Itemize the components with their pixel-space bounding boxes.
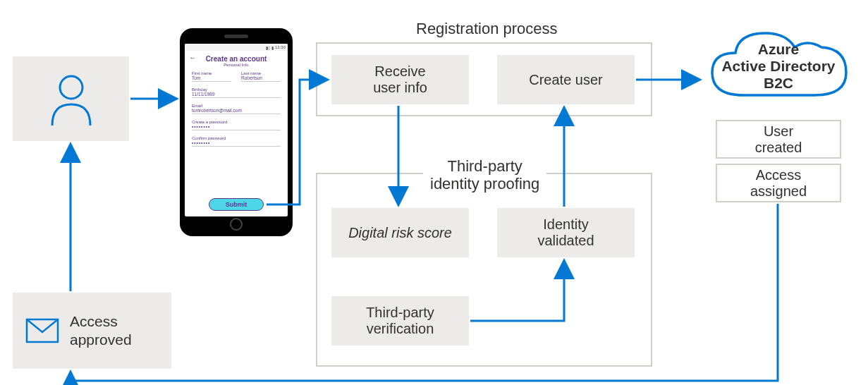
- phone-screen: ▮▯ ▮ 12:30 ← Create an account Personal …: [185, 44, 288, 216]
- user-icon: [47, 71, 96, 127]
- access-approved-label: Accessapproved: [70, 312, 132, 350]
- battery-icon: ▮: [271, 45, 274, 50]
- signal-icon: ▮▯: [266, 45, 270, 50]
- create-user-box: Create user: [497, 55, 635, 104]
- access-assigned-box: Accessassigned: [716, 164, 841, 202]
- registration-title: Registration process: [409, 20, 565, 38]
- last-name-input[interactable]: Robertson: [241, 75, 281, 82]
- third-party-verification-box: Third-partyverification: [331, 296, 469, 346]
- user-box: [13, 56, 129, 141]
- identity-validated-box: Identityvalidated: [497, 208, 635, 257]
- envelope-icon: [25, 318, 59, 343]
- email-input[interactable]: tomrobertson@mail.com: [192, 108, 281, 114]
- confirm-input[interactable]: ••••••••: [192, 140, 281, 147]
- phone-mockup: ▮▯ ▮ 12:30 ← Create an account Personal …: [180, 28, 293, 236]
- phone-statusbar: ▮▯ ▮ 12:30: [185, 44, 288, 51]
- user-created-box: Usercreated: [716, 120, 841, 159]
- digital-risk-score-box: Digital risk score: [331, 208, 469, 257]
- submit-button[interactable]: Submit: [209, 198, 264, 211]
- receive-user-info-box: Receiveuser info: [331, 55, 469, 104]
- password-input[interactable]: ••••••••: [192, 124, 281, 130]
- phone-title: Create an account: [185, 55, 288, 63]
- birthday-input[interactable]: 11/11/1989: [192, 92, 281, 98]
- status-time: 12:30: [275, 45, 286, 49]
- phone-subtitle: Personal Info: [185, 63, 288, 67]
- access-approved-box: Accessapproved: [13, 293, 171, 369]
- third-party-title: Third-partyidentity proofing: [423, 157, 546, 193]
- svg-point-0: [60, 76, 82, 99]
- first-name-input[interactable]: Tom: [192, 75, 231, 82]
- back-icon[interactable]: ←: [189, 54, 196, 61]
- azure-title: AzureActive DirectoryB2C: [716, 41, 841, 92]
